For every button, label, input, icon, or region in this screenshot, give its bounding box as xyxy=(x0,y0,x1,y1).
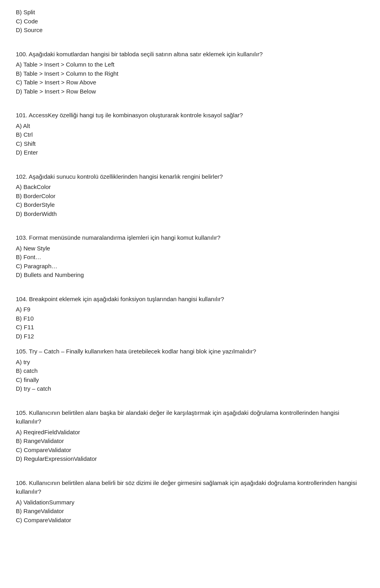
page-content: B) Split C) Code D) Source 100. Aşağıdak… xyxy=(16,8,364,525)
question-103: 103. Format menüsünde numaralandırma işl… xyxy=(16,233,364,280)
pre-answer-b: B) Split xyxy=(16,8,364,17)
question-105a: 105. Try – Catch – Finally kullanırken h… xyxy=(16,347,364,393)
q105a-c: C) finally xyxy=(16,376,364,385)
q104-a: A) F9 xyxy=(16,305,364,314)
q105b-d: D) RegularExpressionValidator xyxy=(16,454,364,464)
q101-a: A) Alt xyxy=(16,122,364,131)
q105b-c: C) CompareValidator xyxy=(16,446,364,455)
q102-answers: A) BackColor B) BorderColor C) BorderSty… xyxy=(16,183,364,218)
q100-b: B) Table > Insert > Column to the Right xyxy=(16,69,364,78)
q103-a: A) New Style xyxy=(16,244,364,253)
q104-b: B) F10 xyxy=(16,314,364,323)
q101-b: B) Ctrl xyxy=(16,130,364,139)
q102-text: 102. Aşağıdaki sunucu kontrolü özellikle… xyxy=(16,172,364,181)
q100-d: D) Table > Insert > Row Below xyxy=(16,87,364,96)
q101-text: 101. AccessKey özelliği hangi tuş ile ko… xyxy=(16,111,364,120)
q101-c: C) Shift xyxy=(16,139,364,149)
q105b-text: 105. Kullanıcının belirtilen alanı başka… xyxy=(16,409,364,426)
q103-answers: A) New Style B) Font… C) Paragraph… D) B… xyxy=(16,244,364,280)
pre-answers-block: B) Split C) Code D) Source xyxy=(16,8,364,35)
q101-d: D) Enter xyxy=(16,148,364,157)
q102-a: A) BackColor xyxy=(16,183,364,192)
q104-c: C) F11 xyxy=(16,323,364,332)
q106-answers: A) ValidationSummary B) RangeValidator C… xyxy=(16,498,364,525)
q106-c: C) CompareValidator xyxy=(16,516,364,525)
q104-text: 104. Breakpoint eklemek için aşağıdaki f… xyxy=(16,295,364,304)
q105a-d: D) try – catch xyxy=(16,384,364,393)
q103-b: B) Font… xyxy=(16,253,364,262)
question-106: 106. Kullanıcının belirtilen alana belir… xyxy=(16,479,364,525)
q100-a: A) Table > Insert > Column to the Left xyxy=(16,60,364,69)
q105b-b: B) RangeValidator xyxy=(16,437,364,446)
pre-answer-c: C) Code xyxy=(16,17,364,26)
question-104: 104. Breakpoint eklemek için aşağıdaki f… xyxy=(16,295,364,341)
q105b-a: A) ReqiredFieldValidator xyxy=(16,428,364,437)
question-105b: 105. Kullanıcının belirtilen alanı başka… xyxy=(16,409,364,464)
q104-d: D) F12 xyxy=(16,332,364,341)
q105a-text: 105. Try – Catch – Finally kullanırken h… xyxy=(16,347,364,356)
q102-c: C) BorderStyle xyxy=(16,200,364,210)
q104-answers: A) F9 B) F10 C) F11 D) F12 xyxy=(16,305,364,341)
q100-answers: A) Table > Insert > Column to the Left B… xyxy=(16,60,364,96)
question-100: 100. Aşağıdaki komutlardan hangisi bir t… xyxy=(16,50,364,96)
question-102: 102. Aşağıdaki sunucu kontrolü özellikle… xyxy=(16,172,364,219)
q106-b: B) RangeValidator xyxy=(16,507,364,516)
q106-a: A) ValidationSummary xyxy=(16,498,364,507)
q105a-a: A) try xyxy=(16,358,364,367)
q105a-b: B) catch xyxy=(16,367,364,376)
q106-text: 106. Kullanıcının belirtilen alana belir… xyxy=(16,479,364,496)
q103-d: D) Bullets and Numbering xyxy=(16,271,364,280)
q105a-answers: A) try B) catch C) finally D) try – catc… xyxy=(16,358,364,393)
q100-text: 100. Aşağıdaki komutlardan hangisi bir t… xyxy=(16,50,364,59)
q105b-answers: A) ReqiredFieldValidator B) RangeValidat… xyxy=(16,428,364,464)
q100-c: C) Table > Insert > Row Above xyxy=(16,78,364,87)
q101-answers: A) Alt B) Ctrl C) Shift D) Enter xyxy=(16,122,364,157)
q102-d: D) BorderWidth xyxy=(16,210,364,219)
q102-b: B) BorderColor xyxy=(16,192,364,201)
q103-c: C) Paragraph… xyxy=(16,262,364,271)
pre-answer-d: D) Source xyxy=(16,26,364,35)
q103-text: 103. Format menüsünde numaralandırma işl… xyxy=(16,233,364,242)
question-101: 101. AccessKey özelliği hangi tuş ile ko… xyxy=(16,111,364,157)
